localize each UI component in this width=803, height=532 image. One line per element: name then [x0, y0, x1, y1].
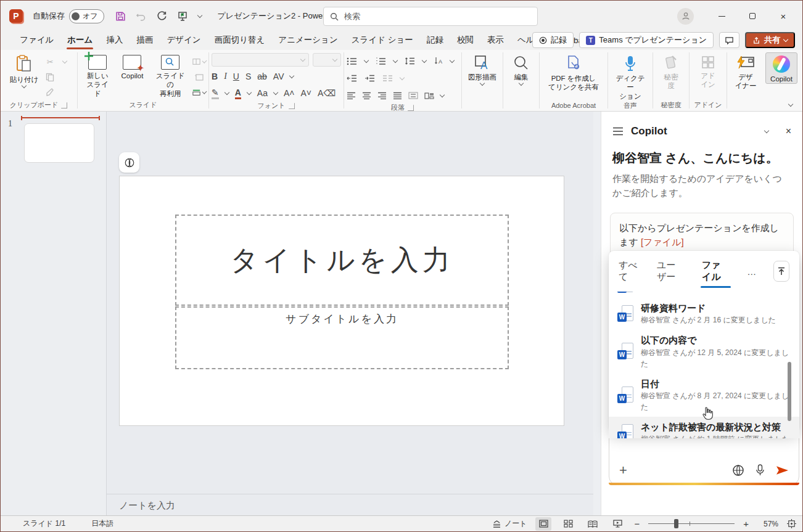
collapse-picker-button[interactable] [773, 261, 789, 282]
paragraph-dialog-launcher[interactable] [408, 105, 414, 111]
panel-close-icon[interactable]: × [786, 126, 791, 137]
slide-indicator[interactable]: スライド 1/1 [23, 518, 65, 529]
grow-font-button[interactable]: A˄ [284, 88, 295, 98]
tab-insert[interactable]: 挿入 [99, 31, 130, 50]
highlight-pen-button[interactable]: ✎ [212, 88, 219, 99]
font-dialog-launcher[interactable] [289, 103, 295, 109]
dd-tab-users[interactable]: ユーザー [657, 260, 685, 287]
reuse-slides-button[interactable]: スライドの 再利用 [149, 52, 191, 98]
editing-button[interactable]: 編集 [505, 52, 537, 85]
dd-tab-all[interactable]: すべて [619, 260, 640, 287]
section-button[interactable] [192, 86, 206, 99]
account-avatar[interactable] [677, 8, 694, 25]
zoom-out-button[interactable]: − [634, 518, 640, 529]
bold-button[interactable]: B [212, 72, 218, 81]
change-case-button[interactable]: Aa [257, 88, 268, 98]
clipboard-dialog-launcher[interactable] [61, 102, 67, 108]
save-button[interactable] [115, 11, 126, 22]
columns-icon[interactable] [382, 75, 393, 82]
create-pdf-share-link-button[interactable]: PDF を作成し てリンクを共有 [545, 52, 603, 92]
align-right-icon[interactable] [377, 92, 387, 99]
file-row-2[interactable]: W 以下の内容で柳谷智宣 さんが 12 月 5, 2024 に変更しました [609, 330, 799, 373]
share-button[interactable]: 共有 [745, 32, 795, 48]
slideshow-view-button[interactable] [609, 517, 625, 531]
tab-design[interactable]: デザイン [160, 31, 207, 50]
drawing-button[interactable]: A 図形描画 [464, 52, 500, 85]
slide-sorter-view-button[interactable] [560, 517, 576, 531]
panel-chevron-down-icon[interactable] [764, 128, 768, 133]
font-color-button[interactable]: A [235, 88, 241, 99]
cut-button[interactable]: ✂ [43, 55, 57, 68]
bullet-list-icon[interactable] [347, 57, 357, 65]
maximize-button[interactable] [739, 6, 765, 27]
new-slide-button[interactable]: 新しい スライド [80, 52, 115, 98]
underline-button[interactable]: U [233, 72, 239, 81]
tab-draw[interactable]: 描画 [130, 31, 160, 50]
text-shadow-button[interactable]: S [245, 72, 251, 81]
subtitle-placeholder[interactable]: サブタイトルを入力 [175, 306, 509, 369]
line-spacing-icon[interactable] [405, 57, 415, 65]
copilot-slides-button[interactable]: ✦ Copilot [116, 52, 148, 80]
clear-formatting-button[interactable]: A⌫ [318, 88, 336, 98]
tab-file[interactable]: ファイル [13, 31, 60, 50]
slide-copilot-button[interactable] [119, 152, 139, 173]
reset-slide-button[interactable] [192, 71, 206, 83]
copilot-ribbon-button[interactable]: Copilot [765, 52, 797, 84]
sensitivity-button[interactable]: 秘密 度 [655, 52, 687, 91]
tab-transitions[interactable]: 画面切り替え [208, 31, 272, 50]
convert-smartart-icon[interactable] [424, 92, 434, 100]
fit-to-window-icon[interactable] [787, 519, 796, 528]
undo-button[interactable] [136, 11, 147, 21]
designer-button[interactable]: デザ イナー [730, 52, 762, 91]
font-size-select[interactable] [313, 53, 341, 67]
file-row-1[interactable]: W 研修資料ワード柳谷智宣 さんが 2 月 16 に変更しました [609, 298, 799, 330]
notes-toggle-button[interactable]: ノート [492, 518, 527, 529]
normal-view-button[interactable] [535, 517, 551, 531]
slide-canvas[interactable]: タイトルを入力 サブタイトルを入力 [119, 176, 564, 426]
hamburger-menu-icon[interactable] [612, 127, 624, 136]
character-spacing-button[interactable]: AV [273, 72, 284, 81]
zoom-percentage[interactable]: 57% [757, 520, 778, 528]
format-painter-button[interactable] [43, 86, 57, 99]
align-left-icon[interactable] [347, 92, 356, 99]
slide-thumbnail[interactable] [24, 123, 94, 163]
add-attachment-button[interactable]: + [619, 464, 627, 477]
numbered-list-icon[interactable] [376, 57, 386, 65]
suggestion-file-token[interactable]: [ファイル] [641, 237, 684, 247]
tab-animations[interactable]: アニメーション [271, 31, 344, 50]
minimize-button[interactable] [709, 6, 735, 27]
zoom-slider[interactable] [648, 523, 735, 524]
text-direction-icon[interactable]: A [434, 57, 443, 65]
align-center-icon[interactable] [362, 92, 371, 99]
dd-tab-more[interactable]: … [747, 266, 756, 280]
paste-button[interactable]: 貼り付け [6, 52, 43, 88]
title-placeholder[interactable]: タイトルを入力 [175, 215, 509, 306]
tab-slideshow[interactable]: スライド ショー [345, 31, 420, 50]
language-indicator[interactable]: 日本語 [91, 518, 113, 529]
font-name-select[interactable] [212, 53, 309, 67]
file-row-0[interactable]: W 柳谷智宣 さんが 3 月 13 に変更しました [609, 292, 799, 298]
italic-button[interactable]: I [224, 72, 227, 81]
paste-options-chevron[interactable] [58, 55, 72, 68]
mic-icon[interactable] [756, 464, 765, 477]
dictate-button[interactable]: ディクテー ション [611, 52, 650, 100]
reading-view-button[interactable] [585, 517, 601, 531]
autosave-toggle[interactable]: オフ [69, 9, 104, 23]
justify-icon[interactable] [393, 92, 402, 99]
teams-present-button[interactable]: T Teams でプレゼンテーション [579, 32, 714, 48]
comments-button[interactable] [719, 32, 739, 48]
tab-record[interactable]: 記録 [420, 31, 450, 50]
search-box[interactable]: 検索 [323, 7, 538, 26]
tab-view[interactable]: 表示 [480, 31, 511, 50]
tab-home[interactable]: ホーム [60, 31, 99, 50]
strikethrough-button[interactable]: ab [257, 72, 267, 81]
customize-quick-access-button[interactable] [198, 15, 202, 17]
zoom-in-button[interactable]: + [743, 518, 749, 529]
redo-button[interactable] [157, 11, 167, 22]
start-presentation-button[interactable] [177, 10, 188, 22]
close-button[interactable]: × [770, 6, 796, 27]
web-search-icon[interactable] [732, 464, 744, 477]
increase-indent-icon[interactable] [364, 75, 375, 82]
dropdown-scrollbar[interactable] [788, 362, 791, 421]
shrink-font-button[interactable]: A˅ [301, 88, 312, 98]
